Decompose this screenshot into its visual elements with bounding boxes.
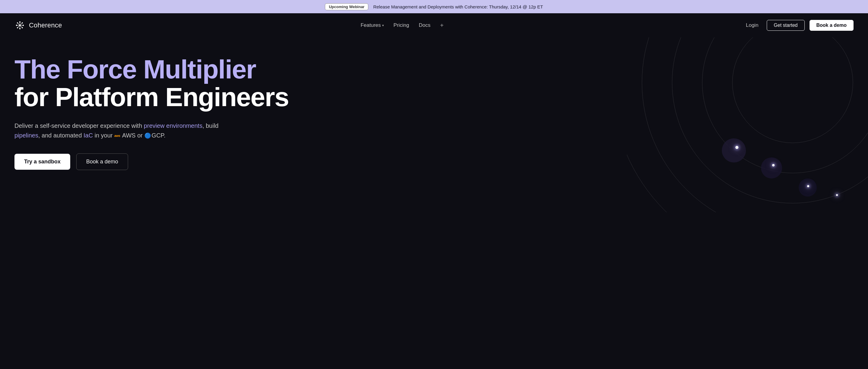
star-decoration-3 <box>807 185 809 187</box>
svg-point-20 <box>642 37 868 212</box>
banner-text: Release Management and Deployments with … <box>373 4 543 9</box>
logo-link[interactable]: Coherence <box>14 20 62 31</box>
svg-line-16 <box>21 26 22 27</box>
features-chevron-icon: ▾ <box>382 24 384 27</box>
aws-icon: aws <box>114 133 120 139</box>
star-bg-3 <box>799 179 817 196</box>
svg-point-4 <box>23 25 24 26</box>
star-bg-1 <box>722 139 746 162</box>
svg-line-15 <box>18 26 19 27</box>
book-demo-nav-button[interactable]: Book a demo <box>809 20 854 31</box>
star-decoration-2 <box>772 164 775 166</box>
announcement-banner: Upcoming Webinar Release Management and … <box>0 0 868 13</box>
logo-text: Coherence <box>29 22 62 29</box>
svg-point-2 <box>19 28 21 29</box>
iac-link[interactable]: IaC <box>84 132 93 139</box>
try-sandbox-button[interactable]: Try a sandbox <box>14 154 70 170</box>
login-button[interactable]: Login <box>742 21 762 30</box>
nav-more-icon[interactable]: + <box>440 22 444 29</box>
svg-point-1 <box>19 22 21 23</box>
svg-point-0 <box>19 24 21 26</box>
svg-point-3 <box>16 25 17 26</box>
hero-title: The Force Multiplier for Platform Engine… <box>14 56 304 111</box>
webinar-badge[interactable]: Upcoming Webinar <box>325 3 368 10</box>
preview-environments-link[interactable]: preview environments <box>144 122 203 129</box>
circles-decoration <box>627 37 868 212</box>
pipelines-link[interactable]: pipelines <box>14 132 38 139</box>
svg-line-13 <box>18 24 19 25</box>
svg-point-5 <box>17 22 18 24</box>
svg-line-14 <box>21 24 22 25</box>
nav-link-features[interactable]: Features ▾ <box>361 22 384 28</box>
coherence-logo-icon <box>14 20 25 31</box>
svg-point-8 <box>22 27 23 28</box>
book-demo-button[interactable]: Book a demo <box>76 153 128 170</box>
star-decoration-4 <box>836 194 838 196</box>
nav-link-docs[interactable]: Docs <box>419 22 431 28</box>
nav-links: Features ▾ Pricing Docs + <box>361 22 443 29</box>
hero-content: The Force Multiplier for Platform Engine… <box>14 56 304 170</box>
hero-title-line1: The Force Multiplier <box>14 56 304 83</box>
hero-subtitle: Deliver a self-service developer experie… <box>14 121 219 140</box>
hero-section: The Force Multiplier for Platform Engine… <box>0 37 868 212</box>
star-bg-2 <box>761 157 782 179</box>
get-started-button[interactable]: Get started <box>767 20 804 31</box>
main-nav: Coherence Features ▾ Pricing Docs + Logi… <box>0 13 868 37</box>
star-decoration-1 <box>735 146 738 149</box>
svg-point-17 <box>733 37 853 143</box>
gcp-icon: 🔵 <box>144 131 151 140</box>
svg-point-7 <box>17 27 18 28</box>
nav-actions: Login Get started Book a demo <box>742 20 854 31</box>
svg-point-21 <box>627 37 868 212</box>
hero-title-line2: for Platform Engineers <box>14 83 304 111</box>
hero-buttons: Try a sandbox Book a demo <box>14 153 304 170</box>
svg-point-6 <box>22 22 23 24</box>
nav-link-pricing[interactable]: Pricing <box>394 22 409 28</box>
